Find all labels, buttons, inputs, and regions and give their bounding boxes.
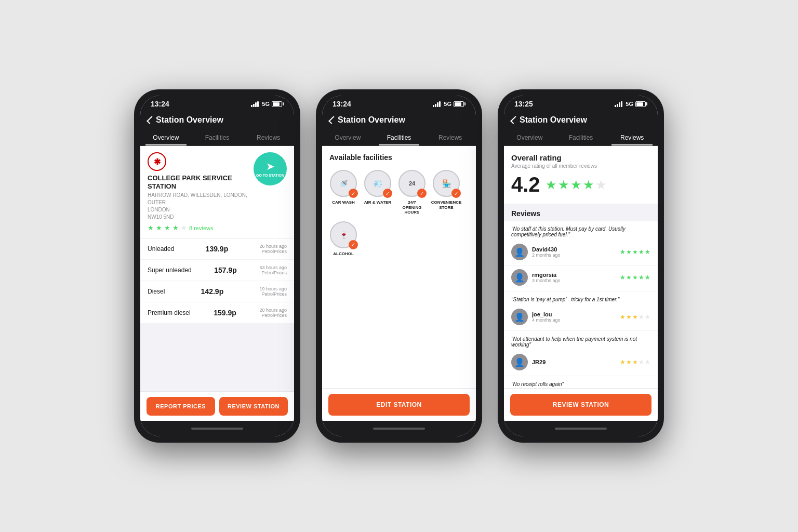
bottom-bar-2 bbox=[322, 421, 476, 436]
stars-3: ★★★★★ bbox=[620, 358, 650, 366]
review-quote-2: "Station is 'pay at pump' - tricky for a… bbox=[504, 291, 658, 305]
fuel-meta-3: 20 hours ago PetrolPrices bbox=[259, 308, 287, 318]
username-0: David430 bbox=[532, 246, 620, 252]
phone-2: 13:24 5G bbox=[316, 89, 482, 443]
notch-1 bbox=[190, 102, 231, 106]
status-bar-2: 13:24 5G bbox=[322, 96, 476, 110]
overall-subtitle: Average rating of all member reviews bbox=[511, 163, 650, 169]
user-info-1: rmgorsia 3 months ago bbox=[532, 272, 620, 283]
nav-title-3: Station Overview bbox=[520, 115, 587, 125]
fuel-price-2: 142.9p bbox=[201, 287, 224, 296]
phones-container: 13:24 5G bbox=[134, 89, 664, 443]
fuel-name-2: Diesel bbox=[148, 288, 165, 295]
phone-1: 13:24 5G bbox=[134, 89, 300, 443]
goto-station-button[interactable]: ➤ GO TO STATION bbox=[254, 152, 287, 185]
tab-overview-2[interactable]: Overview bbox=[322, 130, 374, 145]
bottom-bar-3 bbox=[504, 421, 658, 436]
tab-facilities-1[interactable]: Facilities bbox=[192, 130, 243, 145]
back-chevron-icon-1 bbox=[147, 116, 155, 124]
facility-label-24hr: 24/7 OPENING HOURS bbox=[398, 200, 426, 215]
nav-title-2: Station Overview bbox=[338, 115, 405, 125]
fuel-name-0: Unleaded bbox=[148, 245, 174, 252]
review-count: 8 reviews bbox=[189, 225, 213, 231]
bottom-buttons-1: REPORT PRICES REVIEW STATION bbox=[140, 391, 294, 421]
review-user-row-2: 👤 joe_lou 4 months ago ★★★★★ bbox=[504, 305, 658, 331]
stars-2: ★★★★★ bbox=[620, 313, 650, 321]
user-info-2: joe_lou 4 months ago bbox=[532, 311, 620, 323]
fuel-meta-2: 19 hours ago PetrolPrices bbox=[259, 286, 287, 297]
avatar-1: 👤 bbox=[511, 269, 528, 286]
status-icons-3: 5G bbox=[615, 101, 647, 107]
home-indicator-1 bbox=[191, 428, 243, 430]
screen-content-3: Overall rating Average rating of all mem… bbox=[504, 146, 658, 421]
back-button-2[interactable] bbox=[330, 116, 336, 124]
network-2: 5G bbox=[444, 101, 451, 107]
facility-convenience: 🏪 ✓ CONVENIENCE STORE bbox=[432, 170, 460, 215]
rating-stars-big: ★ ★ ★ ★ ★ bbox=[546, 178, 607, 192]
check-icon-24hr: ✓ bbox=[417, 189, 427, 198]
fuel-item-super: Super unleaded 157.9p 63 hours ago Petro… bbox=[140, 260, 294, 281]
goto-arrow-icon: ➤ bbox=[266, 160, 275, 172]
report-prices-button[interactable]: REPORT PRICES bbox=[147, 397, 215, 416]
screen-content-1: ✱ COLLEGE PARK SERVICE STATION HARROW RO… bbox=[140, 146, 294, 421]
facilities-title: Available facilities bbox=[329, 153, 469, 162]
battery-icon-1 bbox=[272, 101, 284, 107]
fuel-meta-0: 26 hours ago PetrolPrices bbox=[259, 244, 287, 254]
tabs-3: Overview Facilities Reviews bbox=[504, 130, 658, 146]
station-logo: ✱ bbox=[148, 152, 166, 171]
review-station-button-1[interactable]: REVIEW STATION bbox=[219, 397, 288, 416]
facility-label-alcohol: ALCOHOL bbox=[333, 251, 354, 257]
rating-number: 4.2 bbox=[511, 173, 540, 196]
tab-overview-3[interactable]: Overview bbox=[504, 130, 555, 145]
facility-24hr: 24 ✓ 24/7 OPENING HOURS bbox=[398, 170, 426, 215]
nav-title-1: Station Overview bbox=[156, 115, 223, 125]
review-quote-3: "Not attendant to help when the payment … bbox=[504, 331, 658, 351]
goto-label: GO TO STATION bbox=[256, 174, 284, 178]
fuel-name-3: Premium diesel bbox=[148, 309, 191, 316]
home-indicator-3 bbox=[555, 428, 607, 430]
tabs-2: Overview Facilities Reviews bbox=[322, 130, 476, 146]
review-station-button-3[interactable]: REVIEW STATION bbox=[510, 394, 651, 416]
phone-3: 13:25 5G bbox=[498, 89, 664, 443]
check-icon-car-wash: ✓ bbox=[349, 189, 358, 198]
check-icon-convenience: ✓ bbox=[451, 189, 461, 198]
back-chevron-icon-3 bbox=[510, 116, 518, 124]
tab-reviews-2[interactable]: Reviews bbox=[424, 130, 476, 145]
tabs-1: Overview Facilities Reviews bbox=[140, 130, 294, 146]
nav-bar-1: Station Overview bbox=[140, 110, 294, 130]
time-2: 13:24 bbox=[332, 100, 351, 108]
avatar-3: 👤 bbox=[511, 354, 528, 370]
review-user-row-1: 👤 rmgorsia 3 months ago ★★★★★ bbox=[504, 266, 658, 291]
tab-facilities-2[interactable]: Facilities bbox=[374, 130, 425, 145]
bottom-buttons-3: REVIEW STATION bbox=[504, 388, 658, 421]
fuel-price-0: 139.9p bbox=[206, 245, 229, 253]
battery-icon-3 bbox=[635, 101, 647, 107]
edit-station-button[interactable]: EDIT STATION bbox=[328, 394, 470, 416]
signal-icon-1 bbox=[251, 101, 259, 107]
nav-bar-2: Station Overview bbox=[322, 110, 476, 130]
fuel-item-diesel: Diesel 142.9p 19 hours ago PetrolPrices bbox=[140, 281, 294, 302]
facility-car-wash: 🚿 ✓ CAR WASH bbox=[329, 170, 357, 215]
screen-content-2: Available facilities 🚿 ✓ CAR WASH 💨 bbox=[322, 146, 476, 421]
avatar-2: 👤 bbox=[511, 309, 528, 325]
tab-facilities-3[interactable]: Facilities bbox=[555, 130, 607, 145]
tab-reviews-3[interactable]: Reviews bbox=[606, 130, 658, 145]
check-icon-alcohol: ✓ bbox=[349, 240, 358, 249]
tab-reviews-1[interactable]: Reviews bbox=[243, 130, 294, 145]
fuel-meta-1: 63 hours ago PetrolPrices bbox=[259, 265, 287, 275]
back-button-1[interactable] bbox=[149, 116, 154, 124]
tab-overview-1[interactable]: Overview bbox=[140, 130, 192, 145]
status-icons-1: 5G bbox=[251, 101, 284, 107]
station-name: COLLEGE PARK SERVICE STATION bbox=[148, 174, 254, 190]
station-info: ✱ COLLEGE PARK SERVICE STATION HARROW RO… bbox=[148, 152, 254, 232]
overall-title: Overall rating bbox=[511, 153, 650, 162]
back-button-3[interactable] bbox=[512, 116, 517, 124]
user-info-0: David430 2 months ago bbox=[532, 246, 620, 258]
nav-bar-3: Station Overview bbox=[504, 110, 658, 130]
status-bar-3: 13:25 5G bbox=[504, 96, 658, 110]
stars-1: ★★★★★ bbox=[620, 274, 650, 281]
status-bar-1: 13:24 5G bbox=[140, 96, 294, 110]
network-3: 5G bbox=[626, 101, 633, 107]
date-2: 4 months ago bbox=[532, 317, 620, 323]
notch-2 bbox=[371, 102, 413, 106]
